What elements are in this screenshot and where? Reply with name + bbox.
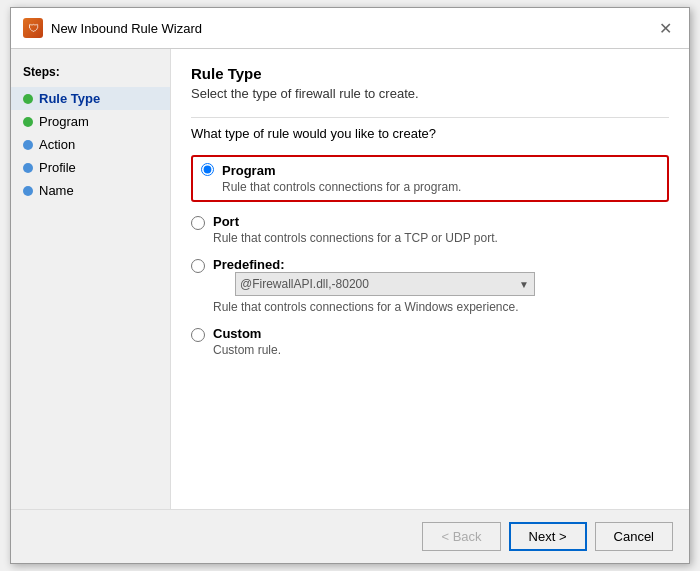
port-option-label: Port (213, 214, 498, 229)
predefined-option-desc: Rule that controls connections for a Win… (213, 300, 535, 314)
next-button[interactable]: Next > (509, 522, 587, 551)
sidebar: Steps: Rule Type Program Action Profile … (11, 49, 171, 509)
port-option-desc: Rule that controls connections for a TCP… (213, 231, 498, 245)
custom-option-content: Custom Custom rule. (213, 326, 281, 357)
predefined-option-label: Predefined: (213, 257, 535, 272)
custom-option-desc: Custom rule. (213, 343, 281, 357)
program-option-desc: Rule that controls connections for a pro… (222, 180, 461, 194)
wizard-icon: 🛡 (23, 18, 43, 38)
separator (191, 117, 669, 118)
program-option-highlighted: Program Rule that controls connections f… (191, 155, 669, 202)
predefined-dropdown-row: @FirewallAPI.dll,-80200 (235, 272, 535, 296)
custom-option: Custom Custom rule. (191, 326, 669, 357)
footer: < Back Next > Cancel (11, 509, 689, 563)
sidebar-item-name: Name (11, 179, 170, 202)
dot-action (23, 140, 33, 150)
dialog-window: 🛡 New Inbound Rule Wizard ✕ Steps: Rule … (10, 7, 690, 564)
content-area: Steps: Rule Type Program Action Profile … (11, 49, 689, 509)
predefined-select[interactable]: @FirewallAPI.dll,-80200 (235, 272, 535, 296)
cancel-button[interactable]: Cancel (595, 522, 673, 551)
question-text: What type of rule would you like to crea… (191, 126, 669, 141)
sidebar-label-rule-type: Rule Type (39, 91, 100, 106)
port-option-content: Port Rule that controls connections for … (213, 214, 498, 245)
port-radio[interactable] (191, 216, 205, 230)
sidebar-label-profile: Profile (39, 160, 76, 175)
predefined-option: Predefined: @FirewallAPI.dll,-80200 Rule… (191, 257, 669, 314)
sidebar-item-rule-type: Rule Type (11, 87, 170, 110)
steps-label: Steps: (11, 65, 170, 87)
sidebar-label-action: Action (39, 137, 75, 152)
sidebar-label-name: Name (39, 183, 74, 198)
port-option: Port Rule that controls connections for … (191, 214, 669, 245)
panel-subtitle: Select the type of firewall rule to crea… (191, 86, 669, 101)
program-option-label: Program (222, 163, 461, 178)
predefined-option-content: Predefined: @FirewallAPI.dll,-80200 Rule… (213, 257, 535, 314)
program-option-content: Program Rule that controls connections f… (222, 163, 461, 194)
custom-radio[interactable] (191, 328, 205, 342)
program-radio[interactable] (201, 163, 214, 176)
main-panel: Rule Type Select the type of firewall ru… (171, 49, 689, 509)
panel-title: Rule Type (191, 65, 669, 82)
sidebar-item-action: Action (11, 133, 170, 156)
sidebar-item-program: Program (11, 110, 170, 133)
title-bar-left: 🛡 New Inbound Rule Wizard (23, 18, 202, 38)
dialog-title: New Inbound Rule Wizard (51, 21, 202, 36)
sidebar-label-program: Program (39, 114, 89, 129)
close-button[interactable]: ✕ (653, 16, 677, 40)
title-bar: 🛡 New Inbound Rule Wizard ✕ (11, 8, 689, 49)
dot-name (23, 186, 33, 196)
custom-option-label: Custom (213, 326, 281, 341)
sidebar-item-profile: Profile (11, 156, 170, 179)
dot-profile (23, 163, 33, 173)
predefined-radio[interactable] (191, 259, 205, 273)
predefined-select-wrapper: @FirewallAPI.dll,-80200 (235, 272, 535, 296)
dot-program (23, 117, 33, 127)
back-button[interactable]: < Back (422, 522, 500, 551)
dot-rule-type (23, 94, 33, 104)
